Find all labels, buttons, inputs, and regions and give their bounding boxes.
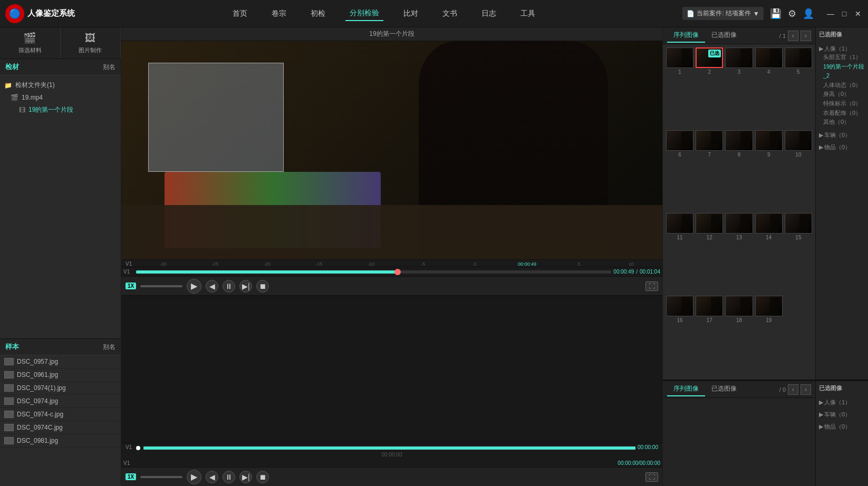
prev-page-top[interactable]: ‹ — [788, 31, 798, 41]
thumbnail-cell[interactable]: 5 — [785, 47, 812, 128]
user-icon[interactable]: 👤 — [803, 8, 814, 20]
speed-slider-upper[interactable] — [140, 285, 182, 287]
next-page-bottom[interactable]: › — [801, 384, 811, 395]
tab-nav-bottom: / 0 ‹ › — [779, 384, 811, 395]
next-frame-button-lower[interactable]: ▶| — [239, 471, 252, 483]
thumbnail-cell[interactable]: 4 — [755, 47, 783, 128]
fullscreen-button-lower[interactable]: ⛶ — [645, 472, 658, 482]
sample-item[interactable]: DSC_0981.jpg — [0, 434, 121, 448]
segment-label: 19的第一个片段 — [28, 105, 73, 114]
sample-thumb — [4, 371, 14, 378]
tab-selected-images-top[interactable]: 已选图像 — [705, 28, 743, 43]
stop-button-lower[interactable]: ⏹ — [256, 471, 269, 483]
pause-button-lower[interactable]: ⏸ — [223, 471, 235, 483]
sample-name: DSC_0957.jpg — [17, 358, 58, 365]
play-button-lower[interactable]: ▶ — [187, 470, 201, 484]
nav-compare[interactable]: 比对 — [399, 7, 422, 21]
speed-badge-lower[interactable]: 1X — [126, 473, 136, 480]
ya-title-bottom: 已选图像 — [819, 384, 865, 392]
prev-frame-button-upper[interactable]: ◀ — [206, 280, 218, 293]
settings-icon[interactable]: ⚙ — [788, 8, 796, 20]
thumbnail-image — [696, 130, 723, 151]
nav-log[interactable]: 日志 — [477, 7, 500, 21]
tree-segment-item[interactable]: 🎞 19的第一个片段 — [0, 103, 121, 116]
lower-video-area[interactable] — [121, 296, 662, 443]
ya-person-bottom-header[interactable]: ▶ 人像（1） — [819, 398, 865, 406]
ya-items-bottom-header[interactable]: ▶ 物品（0） — [819, 423, 865, 431]
thumbnail-cell[interactable]: 14 — [755, 213, 783, 294]
fullscreen-button-upper[interactable]: ⛶ — [645, 281, 658, 291]
next-frame-button-upper[interactable]: ▶| — [239, 280, 252, 293]
save-icon[interactable]: 💾 — [770, 8, 782, 20]
stop-button-upper[interactable]: ⏹ — [256, 280, 269, 293]
yang-ben-title: 样本 — [5, 342, 19, 352]
tab-sequence-images-top[interactable]: 序列图像 — [667, 28, 705, 43]
thumbnail-cell[interactable]: 16 — [666, 296, 693, 376]
ya-special-item[interactable]: 特殊标示（0） — [823, 99, 865, 109]
ya-arrow-vehicle: ▶ — [819, 132, 823, 139]
case-dropdown-icon[interactable]: ▼ — [753, 10, 759, 17]
thumbnail-cell[interactable]: 10 — [785, 130, 812, 211]
nav-tools[interactable]: 工具 — [516, 7, 539, 21]
tree-video-item[interactable]: 🎬 19.mp4 — [0, 92, 121, 103]
yang-ben-alias[interactable]: 别名 — [103, 343, 115, 352]
filter-materials-button[interactable]: 🎬 筛选材料 — [0, 27, 61, 59]
ya-vehicle-header[interactable]: ▶ 车辆（0） — [819, 131, 865, 139]
win-controls: — □ ✕ — [826, 9, 863, 18]
maximize-button[interactable]: □ — [840, 9, 849, 18]
thumbnail-cell[interactable]: 15 — [785, 213, 812, 294]
thumbnail-cell[interactable]: 11 — [666, 213, 693, 294]
sample-item[interactable]: DSC_0974.jpg — [0, 395, 121, 408]
thumbnail-image — [755, 130, 783, 151]
tab-sequence-images-bottom[interactable]: 序列图像 — [667, 382, 705, 396]
prev-page-bottom[interactable]: ‹ — [788, 384, 798, 395]
thumbnail-cell[interactable]: 8 — [725, 130, 753, 211]
sample-item[interactable]: DSC_0957.jpg — [0, 355, 121, 368]
thumbnail-cell[interactable]: 18 — [725, 296, 753, 376]
timeline-track-upper[interactable] — [136, 270, 611, 274]
ya-segment-item[interactable]: 19的第一个片段_2 — [823, 62, 865, 81]
sample-item[interactable]: DSC_0974-c.jpg — [0, 408, 121, 421]
nav-scroll[interactable]: 卷宗 — [267, 7, 291, 21]
jian-cai-alias[interactable]: 别名 — [103, 63, 115, 72]
thumbnail-cell[interactable]: 12 — [696, 213, 723, 294]
upper-timeline-bar[interactable]: V1 00:00:49 / 00:01:04 — [121, 267, 662, 276]
thumbnail-cell[interactable]: 3 — [725, 47, 753, 128]
nav-inspect[interactable]: 分别检验 — [345, 6, 383, 21]
ya-height-item[interactable]: 身高（0） — [823, 90, 865, 99]
ya-person-header[interactable]: ▶ 人像（1） — [819, 45, 865, 53]
thumbnail-cell[interactable]: 7 — [696, 130, 723, 211]
upper-video-area[interactable] — [121, 41, 662, 259]
pause-button-upper[interactable]: ⏸ — [223, 280, 235, 293]
nav-doc[interactable]: 文书 — [438, 7, 461, 21]
thumbnail-cell[interactable]: 17 — [696, 296, 723, 376]
ya-other-item[interactable]: 其他（0） — [823, 118, 865, 127]
ya-clothes-item[interactable]: 衣着配饰（0） — [823, 109, 865, 118]
next-page-top[interactable]: › — [801, 31, 811, 41]
prev-frame-button-lower[interactable]: ◀ — [206, 471, 218, 483]
minimize-button[interactable]: — — [826, 9, 835, 18]
ya-arrow-vehicle-bottom: ▶ — [819, 411, 823, 418]
thumbnail-cell[interactable]: 1 — [666, 47, 693, 128]
thumbnail-cell[interactable]: 13 — [725, 213, 753, 294]
sample-item[interactable]: DSC_0974C.jpg — [0, 421, 121, 434]
make-images-button[interactable]: 🖼 图片制作 — [61, 27, 121, 59]
tree-folder-item[interactable]: 📁 检材文件夹(1) — [0, 79, 121, 92]
sample-item[interactable]: DSC_0961.jpg — [0, 368, 121, 382]
ya-head-item[interactable]: 头部五官（1） — [823, 53, 865, 62]
nav-home[interactable]: 首页 — [228, 7, 252, 21]
thumbnail-cell[interactable]: 19 — [755, 296, 783, 376]
nav-initial[interactable]: 初检 — [306, 7, 330, 21]
ya-body-item[interactable]: 人体动态（0） — [823, 81, 865, 90]
ya-vehicle-bottom-header[interactable]: ▶ 车辆（0） — [819, 411, 865, 419]
speed-badge-upper[interactable]: 1X — [126, 283, 136, 289]
close-button[interactable]: ✕ — [853, 9, 863, 18]
play-button-upper[interactable]: ▶ — [187, 279, 201, 294]
speed-slider-lower[interactable] — [140, 476, 182, 478]
ya-items-header[interactable]: ▶ 物品（0） — [819, 143, 865, 151]
tab-selected-images-bottom[interactable]: 已选图像 — [705, 382, 743, 396]
thumbnail-cell[interactable]: 6 — [666, 130, 693, 211]
thumbnail-cell[interactable]: 9 — [755, 130, 783, 211]
sample-item[interactable]: DSC_0974(1).jpg — [0, 382, 121, 395]
thumbnail-cell[interactable]: 已选2 — [696, 47, 723, 128]
